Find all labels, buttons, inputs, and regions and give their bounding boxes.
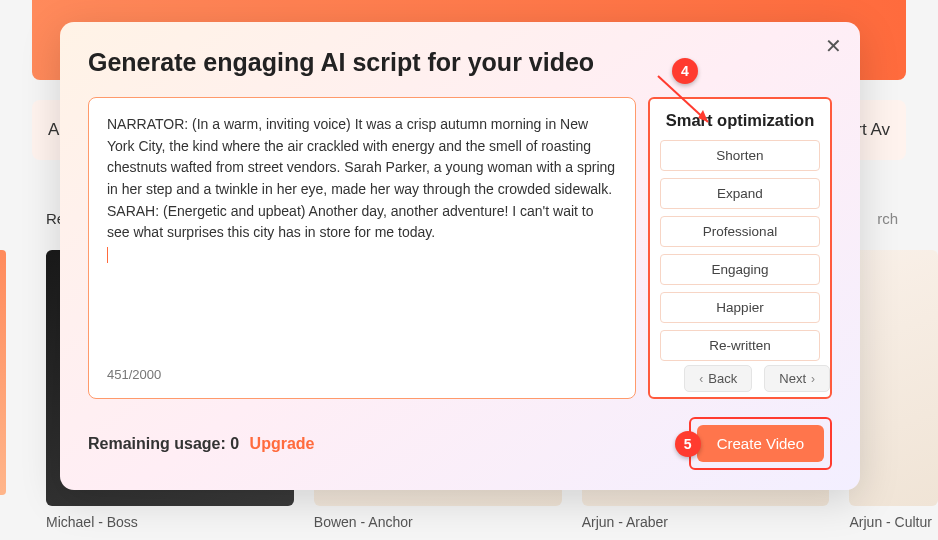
create-video-highlight: 5 Create Video (689, 417, 832, 470)
create-video-button[interactable]: Create Video (697, 425, 824, 462)
script-text[interactable]: NARRATOR: (In a warm, inviting voice) It… (107, 114, 617, 359)
script-editor[interactable]: NARRATOR: (In a warm, inviting voice) It… (88, 97, 636, 399)
modal-footer: Remaining usage: 0 Upgrade 5 Create Vide… (88, 399, 832, 470)
modal-body: NARRATOR: (In a warm, inviting voice) It… (88, 97, 832, 399)
opt-engaging-button[interactable]: Engaging (660, 254, 820, 285)
opt-professional-button[interactable]: Professional (660, 216, 820, 247)
next-button[interactable]: Next › (764, 365, 830, 392)
avatar-label: Michael - Boss (46, 514, 294, 530)
avatar-card[interactable]: Arjun - Cultur (849, 250, 938, 530)
left-edge-strip (0, 250, 6, 495)
remaining-usage: Remaining usage: 0 Upgrade (88, 435, 315, 453)
back-label: Back (708, 371, 737, 386)
chevron-right-icon: › (811, 372, 815, 386)
upgrade-link[interactable]: Upgrade (250, 435, 315, 452)
search-label-frag: rch (877, 210, 898, 227)
opt-shorten-button[interactable]: Shorten (660, 140, 820, 171)
svg-marker-1 (698, 110, 708, 122)
avatar-label: Arjun - Araber (582, 514, 830, 530)
text-cursor (107, 247, 108, 263)
generate-script-modal: ✕ Generate engaging AI script for your v… (60, 22, 860, 490)
opt-rewritten-button[interactable]: Re-written (660, 330, 820, 361)
chevron-left-icon: ‹ (699, 372, 703, 386)
annotation-marker-5: 5 (675, 431, 701, 457)
back-button[interactable]: ‹ Back (684, 365, 752, 392)
opt-happier-button[interactable]: Happier (660, 292, 820, 323)
avatar-label: Arjun - Cultur (849, 514, 938, 530)
smart-optimization-panel: Smart optimization Shorten Expand Profes… (648, 97, 832, 399)
avatar-thumb (849, 250, 938, 506)
next-label: Next (779, 371, 806, 386)
opt-expand-button[interactable]: Expand (660, 178, 820, 209)
nav-row: ‹ Back Next › (684, 365, 830, 392)
close-icon[interactable]: ✕ (825, 36, 842, 56)
avatar-label: Bowen - Anchor (314, 514, 562, 530)
annotation-marker-4: 4 (672, 58, 698, 84)
char-count: 451/2000 (107, 367, 617, 382)
